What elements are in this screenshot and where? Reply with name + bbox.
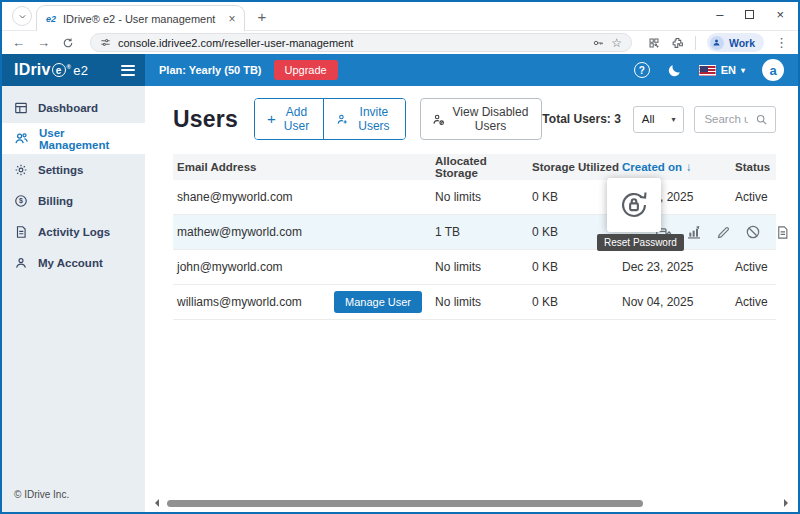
sidebar-item-activity-logs[interactable]: Activity Logs <box>2 216 145 247</box>
tab-favicon: e2 <box>46 14 56 24</box>
scroll-right-icon[interactable] <box>784 499 792 507</box>
status-badge: Active <box>735 190 776 204</box>
header-status[interactable]: Status <box>735 161 776 173</box>
url-text[interactable]: console.idrivee2.com/reseller-user-manag… <box>118 37 585 49</box>
language-selector[interactable]: EN ▾ <box>699 64 745 76</box>
logo-suffix: e2 <box>73 63 88 78</box>
sort-down-icon: ↓ <box>686 161 692 173</box>
extensions-puzzle-icon[interactable] <box>671 36 684 49</box>
person-plus-icon <box>336 113 349 126</box>
tab-close-icon[interactable]: × <box>228 12 235 26</box>
forward-icon[interactable]: → <box>37 35 50 50</box>
address-bar[interactable]: console.idrivee2.com/reseller-user-manag… <box>90 33 632 52</box>
person-slash-icon <box>432 113 445 126</box>
scrollbar-thumb[interactable] <box>167 500 643 507</box>
sidebar-item-user-management[interactable]: User Management <box>2 123 145 154</box>
toolbar-right: Work ⋮ <box>648 33 788 52</box>
minimize-button[interactable]: – <box>716 12 723 18</box>
help-icon[interactable]: ? <box>634 62 650 78</box>
add-user-button[interactable]: + Add User <box>255 99 323 139</box>
sidebar-item-settings[interactable]: Settings <box>2 154 145 185</box>
copyright-footer: © IDrive Inc. <box>14 489 69 500</box>
upgrade-button[interactable]: Upgrade <box>274 60 338 80</box>
edit-pencil-icon[interactable] <box>716 225 731 240</box>
user-email: shane@myworld.com <box>173 190 435 204</box>
close-window-button[interactable]: × <box>776 7 784 22</box>
table-row-hovered[interactable]: mathew@myworld.com 1 TB 0 KB <box>173 215 776 250</box>
reload-icon[interactable] <box>62 37 74 49</box>
allocated-storage: No limits <box>435 295 532 309</box>
user-email: john@myworld.com <box>173 260 435 274</box>
table-row[interactable]: john@myworld.com No limits 0 KB Dec 23, … <box>173 250 776 285</box>
plan-label: Plan: Yearly (50 TB) <box>159 64 262 76</box>
status-badge: Active <box>735 260 776 274</box>
logo-registered-mark: ® <box>67 64 72 70</box>
toolbar-divider <box>695 36 696 50</box>
scroll-left-icon[interactable] <box>151 499 159 507</box>
profile-avatar-icon <box>710 36 724 50</box>
app-header-right: ? EN ▾ a <box>634 59 784 81</box>
header-storage-utilized[interactable]: Storage Utilized <box>532 161 622 173</box>
user-filter-dropdown[interactable]: All ▾ <box>633 106 685 133</box>
table-row[interactable]: williams@myworld.com Manage User No limi… <box>173 285 776 320</box>
account-avatar[interactable]: a <box>762 59 784 81</box>
site-info-icon[interactable] <box>100 37 111 48</box>
status-badge: Active <box>735 295 776 309</box>
created-on: Dec 23, 2025 <box>622 260 735 274</box>
logo-block: IDrive®e2 <box>2 54 145 86</box>
sidebar-item-dashboard[interactable]: Dashboard <box>2 92 145 123</box>
user-email: mathew@myworld.com <box>173 225 435 239</box>
kebab-menu-icon[interactable]: ⋮ <box>775 35 788 50</box>
new-tab-button[interactable]: + <box>257 8 266 25</box>
created-on-label: Created on <box>622 161 682 173</box>
sidebar-item-label: Billing <box>38 195 73 207</box>
search-input[interactable] <box>702 112 750 126</box>
browser-window: e2 IDrive® e2 - User management × + – × … <box>0 0 800 514</box>
manage-user-button[interactable]: Manage User <box>334 291 422 313</box>
invite-users-button[interactable]: Invite Users <box>323 99 404 139</box>
view-disabled-label: View Disabled Users <box>451 105 531 133</box>
total-users-count: Total Users: 3 <box>542 112 620 126</box>
idrive-e2-logo: IDrive®e2 <box>14 61 88 79</box>
user-logs-icon[interactable] <box>775 225 790 240</box>
hamburger-menu-icon[interactable] <box>121 65 135 76</box>
tab-search-chevron-icon[interactable] <box>12 6 32 26</box>
header-created-on[interactable]: Created on ↓ <box>622 161 735 173</box>
header-email[interactable]: Email Address <box>173 161 435 173</box>
page-title: Users <box>173 106 238 133</box>
profile-name: Work <box>729 37 755 49</box>
storage-utilized: 0 KB <box>532 295 622 309</box>
allocated-storage: No limits <box>435 260 532 274</box>
table-row[interactable]: shane@myworld.com No limits 0 KB Dec 23,… <box>173 180 776 215</box>
sidebar-item-label: My Account <box>38 257 103 269</box>
usage-stats-icon[interactable] <box>686 224 702 240</box>
chevron-down-icon: ▾ <box>671 115 675 124</box>
browser-tab[interactable]: e2 IDrive® e2 - User management × <box>36 5 245 31</box>
qr-code-icon[interactable] <box>648 37 660 49</box>
sidebar-item-my-account[interactable]: My Account <box>2 247 145 278</box>
tab-title: IDrive® e2 - User management <box>63 13 215 25</box>
reset-password-popup[interactable] <box>607 178 661 232</box>
invite-users-label: Invite Users <box>355 105 392 133</box>
users-toolbar: Users + Add User Invite Users <box>145 86 798 146</box>
maximize-button[interactable] <box>745 10 754 19</box>
reset-password-tooltip: Reset Password <box>597 234 684 251</box>
tab-strip: e2 IDrive® e2 - User management × + – × <box>2 2 798 31</box>
user-actions-segment: + Add User Invite Users <box>254 98 406 140</box>
disable-user-icon[interactable] <box>745 224 761 240</box>
sidebar-item-billing[interactable]: $ Billing <box>2 185 145 216</box>
back-icon[interactable]: ← <box>12 35 25 50</box>
filter-value: All <box>642 113 655 125</box>
horizontal-scrollbar[interactable] <box>151 498 792 508</box>
passwords-key-icon[interactable] <box>592 37 604 49</box>
users-table: Email Address Allocated Storage Storage … <box>173 154 776 320</box>
reset-password-icon[interactable] <box>618 189 650 221</box>
profile-chip[interactable]: Work <box>707 33 764 52</box>
bookmark-star-icon[interactable]: ☆ <box>611 36 622 50</box>
header-allocated-storage[interactable]: Allocated Storage <box>435 155 532 179</box>
view-disabled-users-button[interactable]: View Disabled Users <box>420 98 543 140</box>
person-icon <box>14 256 28 270</box>
browser-toolbar: ← → console.idrivee2.com/reseller-user-m… <box>2 31 798 54</box>
dark-mode-moon-icon[interactable] <box>667 63 682 78</box>
search-icon[interactable] <box>755 113 768 126</box>
